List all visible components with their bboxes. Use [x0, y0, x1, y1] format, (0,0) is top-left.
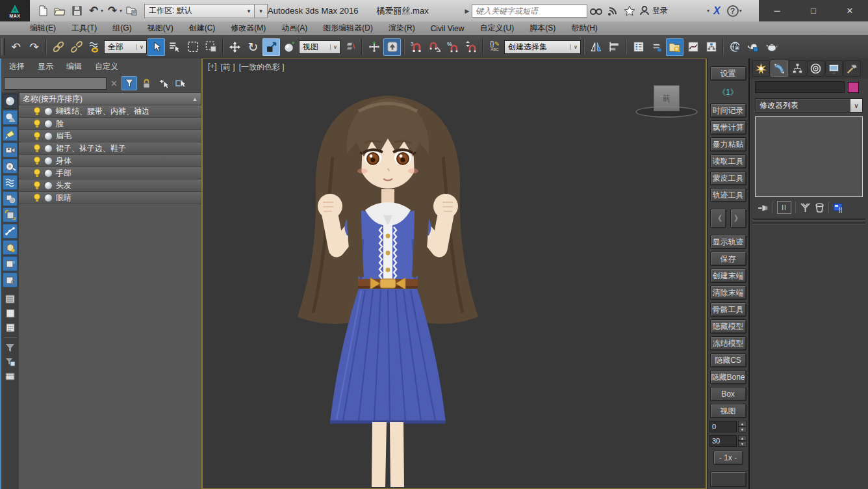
curve-editor-button[interactable] [684, 38, 702, 56]
named-sets-dropdown[interactable]: 创建选择集 ∨ [504, 40, 581, 54]
menu-create[interactable]: 创建(C) [189, 23, 216, 34]
search-button[interactable] [587, 3, 604, 20]
new-file-button[interactable] [35, 3, 51, 19]
snap-toggle-button[interactable]: 3 [407, 38, 425, 56]
redo-dropdown-icon[interactable]: ▾ [120, 8, 122, 14]
front-viewport[interactable]: [+] [前 ] [一致的色彩 ] 前 [201, 59, 707, 489]
next-page-button[interactable]: 》 [730, 209, 747, 228]
pin-stack-button[interactable] [758, 203, 769, 213]
redo-scene-button[interactable]: ↷ [25, 38, 43, 56]
window-crossing-button[interactable] [202, 38, 220, 56]
spin-down-icon[interactable]: ▼ [738, 427, 747, 432]
select-move-button[interactable] [226, 38, 244, 56]
object-name-input[interactable] [755, 81, 845, 93]
rendered-frame-button[interactable] [745, 38, 762, 56]
menu-customize[interactable]: 自定义(U) [479, 23, 514, 34]
unlink-button[interactable] [68, 38, 85, 56]
select-link-button[interactable] [49, 38, 67, 56]
filter-spacewarps-toggle[interactable] [3, 175, 18, 190]
filter-hidden-toggle[interactable] [3, 272, 18, 287]
list-item[interactable]: 裙子、袜子边、鞋子 [19, 142, 201, 155]
help-caret-icon[interactable]: ▾ [739, 8, 742, 14]
blank-page-icon[interactable] [3, 307, 18, 320]
spin-down-icon[interactable]: ▼ [738, 441, 747, 447]
filter-funnel-icon[interactable] [3, 341, 18, 354]
project-folder-button[interactable] [123, 3, 139, 19]
scene-explorer-toggle-button[interactable] [666, 38, 683, 56]
skin-tool-button[interactable]: 蒙皮工具 [710, 171, 747, 185]
undo-dropdown-icon[interactable]: ▾ [101, 8, 103, 14]
time-record-button[interactable]: 时间记录 [710, 103, 747, 118]
menu-civil-view[interactable]: Civil View [431, 24, 465, 33]
ribbon-calc-button[interactable]: 飘带计算 [710, 120, 747, 135]
filter-lights-toggle[interactable] [3, 126, 18, 141]
select-object-button[interactable] [147, 38, 165, 56]
spin-up-icon[interactable]: ▲ [738, 435, 747, 441]
menu-graph-editors[interactable]: 图形编辑器(D) [323, 23, 373, 34]
read-tool-button[interactable]: 读取工具 [710, 154, 747, 168]
remove-modifier-button[interactable] [815, 203, 824, 213]
menu-help[interactable]: 帮助(H) [571, 23, 598, 34]
angle-snap-button[interactable] [426, 38, 443, 56]
selection-filter-dropdown[interactable]: 全部 ∨ [104, 40, 147, 54]
viewcube[interactable]: 前 [654, 85, 680, 111]
max-logo-button[interactable]: MAX [0, 0, 30, 21]
undo-scene-button[interactable]: ↶ [7, 38, 25, 56]
select-manipulate-button[interactable] [281, 38, 298, 56]
explorer-menu-edit[interactable]: 编辑 [66, 61, 82, 72]
modifier-list-dropdown[interactable]: 修改器列表 ∨ [755, 98, 863, 112]
explorer-menu-select[interactable]: 选择 [9, 61, 25, 72]
create-end-button[interactable]: 创建末端 [710, 269, 747, 283]
list-item[interactable]: 头发 [19, 179, 201, 192]
modifier-stack-box[interactable] [755, 116, 863, 197]
view-button[interactable]: 视图 [710, 404, 747, 418]
redo-button[interactable]: ↷ [105, 3, 120, 19]
menu-rendering[interactable]: 渲染(R) [389, 23, 415, 34]
align-button[interactable] [606, 38, 623, 56]
hide-cs-button[interactable]: 隐藏CS [710, 353, 747, 367]
filter-shapes-toggle[interactable] [3, 110, 18, 125]
make-unique-button[interactable] [800, 203, 811, 213]
explorer-search-input[interactable] [4, 77, 107, 90]
hide-model-button[interactable]: 隐藏模型 [710, 319, 747, 334]
menu-animation[interactable]: 动画(A) [281, 23, 307, 34]
collapse-strip-icon[interactable] [3, 370, 18, 383]
end-frame-input[interactable] [709, 435, 737, 447]
workspace-flyout-button[interactable]: ▾ [255, 4, 268, 18]
list-item[interactable]: 身体 [19, 155, 201, 167]
schematic-view-button[interactable] [702, 38, 720, 56]
freeze-model-button[interactable]: 冻结模型 [710, 336, 747, 350]
box-mode-button[interactable]: Box [710, 387, 747, 401]
list-item[interactable]: 眉毛 [19, 130, 201, 142]
menu-modifiers[interactable]: 修改器(M) [231, 23, 266, 34]
filter-geometry-toggle[interactable] [3, 94, 18, 109]
select-scale-button[interactable] [262, 38, 280, 56]
select-rotate-button[interactable]: ↻ [244, 38, 262, 56]
percent-snap-button[interactable]: % [444, 38, 461, 56]
tab-utilities[interactable] [843, 60, 861, 77]
search-history-icon[interactable]: ▶ [463, 8, 472, 14]
name-column-header[interactable]: 名称(按升序排序) ▲ [19, 92, 201, 105]
viewport-menu-pov[interactable]: [前 ] [221, 62, 235, 73]
list-item[interactable]: 蝴蝶结、腰带、内裤、袖边 [19, 105, 201, 118]
open-file-button[interactable] [52, 3, 68, 19]
tab-hierarchy[interactable] [789, 60, 806, 77]
clear-end-button[interactable]: 清除末端 [710, 285, 747, 300]
spinner-snap-button[interactable] [462, 38, 479, 56]
settings-button[interactable]: 设置 [710, 66, 747, 81]
force-paste-button[interactable]: 暴力粘贴 [710, 137, 747, 152]
maximize-button[interactable]: □ [800, 3, 826, 20]
infocenter-search-input[interactable] [472, 5, 587, 18]
render-setup-button[interactable] [726, 38, 744, 56]
pick-add-button[interactable] [157, 76, 171, 90]
save-button[interactable]: 保存 [710, 252, 747, 266]
edit-named-sets-button[interactable]: {}✎ ABC [486, 38, 504, 56]
trajectory-tool-button[interactable]: 轨迹工具 [710, 188, 747, 202]
viewport-menu-shading[interactable]: [一致的色彩 ] [239, 62, 285, 73]
search-filter-button[interactable] [121, 76, 137, 90]
tab-create[interactable] [752, 60, 770, 77]
list-item[interactable]: 脸 [19, 118, 201, 130]
prev-page-button[interactable]: 《 [710, 209, 726, 228]
list-item[interactable]: 手部 [19, 167, 201, 179]
layer-manager-button[interactable] [630, 38, 647, 56]
